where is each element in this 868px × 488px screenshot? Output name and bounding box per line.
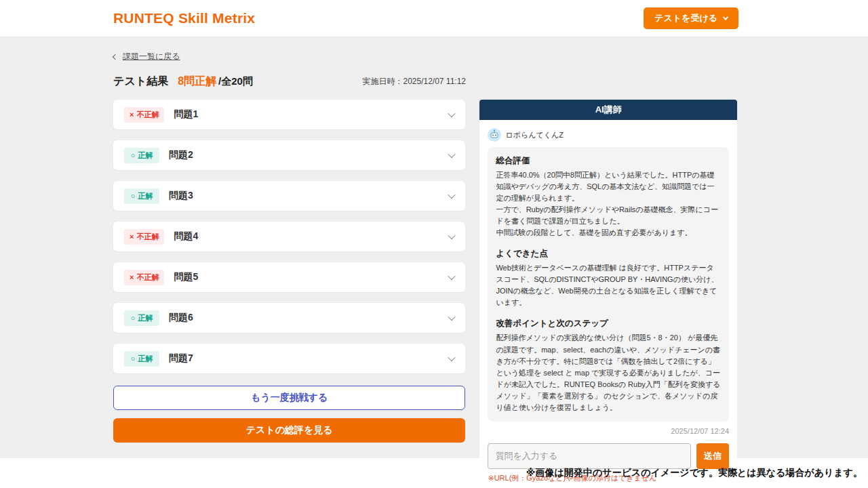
- question-label: 問題6: [169, 312, 193, 324]
- status-badge-label: 正解: [138, 354, 153, 364]
- section-heading: よくできた点: [496, 248, 721, 260]
- score-total: /全20問: [218, 75, 253, 88]
- chevron-down-icon: [448, 110, 456, 117]
- page-footer: ※画像は開発中のサービスのイメージです。実際とは異なる場合があります。: [0, 458, 868, 488]
- status-badge: × 不正解: [124, 229, 164, 245]
- question-label: 問題2: [169, 149, 193, 161]
- status-badge-label: 正解: [138, 313, 153, 323]
- status-badge: ○ 正解: [124, 188, 159, 204]
- chevron-down-icon: [723, 14, 728, 20]
- message-section: よくできた点 Web技術とデータベースの基礎理解 は良好です。HTTPステータス…: [496, 248, 721, 308]
- send-button[interactable]: 送信: [696, 443, 729, 469]
- chevron-left-icon: [113, 54, 118, 59]
- status-badge: ○ 正解: [124, 351, 159, 367]
- status-badge-label: 不正解: [136, 272, 159, 283]
- question-label: 問題4: [174, 230, 198, 243]
- ai-message-bubble: 総合評価 正答率40.0%（20問中8問正解）という結果でした。HTTPの基礎知…: [488, 147, 729, 422]
- status-badge-label: 正解: [138, 191, 153, 201]
- bot-identity: ロボらんてくんZ: [488, 128, 729, 142]
- bot-name: ロボらんてくんZ: [505, 130, 564, 140]
- chevron-down-icon: [448, 191, 456, 199]
- app-header: RUNTEQ Skill Metrix テストを受ける: [0, 0, 868, 37]
- ai-instructor-panel: AI講師 ロボらんて: [479, 100, 737, 488]
- status-badge: ○ 正解: [124, 310, 159, 326]
- question-list: × 不正解 問題1 ○ 正解 問題2 ○: [113, 100, 465, 443]
- take-test-button[interactable]: テストを受ける: [644, 7, 738, 29]
- incorrect-icon: ×: [130, 111, 134, 119]
- question-label: 問題3: [169, 190, 193, 202]
- main-area: 課題一覧に戻る テスト結果 8問正解 /全20問 実施日時：2025/12/07…: [0, 37, 868, 458]
- question-row[interactable]: ○ 正解 問題3: [113, 181, 465, 211]
- section-body: 正答率40.0%（20問中8問正解）という結果でした。HTTPの基礎知識やデバッ…: [496, 169, 721, 239]
- status-badge: × 不正解: [124, 107, 164, 123]
- bot-avatar-icon: [488, 128, 501, 142]
- app-logo[interactable]: RUNTEQ Skill Metrix: [113, 10, 255, 26]
- chevron-down-icon: [448, 354, 456, 361]
- incorrect-icon: ×: [130, 274, 134, 281]
- question-row[interactable]: × 不正解 問題4: [113, 222, 465, 251]
- message-section: 改善ポイントと次のステップ 配列操作メソッドの実践的な使い分け（問題5・8・20…: [496, 318, 721, 413]
- page-title: テスト結果: [113, 75, 168, 89]
- question-label: 問題5: [174, 271, 198, 283]
- status-badge-label: 不正解: [136, 110, 159, 120]
- back-link[interactable]: 課題一覧に戻る: [113, 51, 180, 62]
- question-row[interactable]: ○ 正解 問題7: [113, 344, 465, 373]
- overall-review-button[interactable]: テストの総評を見る: [113, 418, 465, 443]
- back-link-label: 課題一覧に戻る: [123, 51, 180, 62]
- section-body: 配列操作メソッドの実践的な使い分け（問題5・8・20） が最優先の課題です。ma…: [496, 332, 721, 413]
- retry-button[interactable]: もう一度挑戦する: [113, 386, 465, 410]
- message-section: 総合評価 正答率40.0%（20問中8問正解）という結果でした。HTTPの基礎知…: [496, 155, 721, 239]
- section-body: Web技術とデータベースの基礎理解 は良好です。HTTPステータスコード、SQL…: [496, 262, 721, 308]
- section-heading: 改善ポイントと次のステップ: [496, 318, 721, 329]
- chevron-down-icon: [448, 313, 456, 321]
- question-label: 問題1: [174, 108, 198, 121]
- status-badge-label: 正解: [138, 150, 153, 161]
- chevron-down-icon: [448, 232, 456, 239]
- question-row[interactable]: × 不正解 問題1: [113, 100, 465, 129]
- chevron-down-icon: [448, 150, 456, 158]
- take-test-label: テストを受ける: [654, 12, 717, 24]
- result-summary-row: テスト結果 8問正解 /全20問 実施日時：2025/12/07 11:12: [113, 75, 466, 89]
- correct-icon: ○: [131, 152, 136, 159]
- message-timestamp: 2025/12/07 12:24: [488, 427, 729, 435]
- incorrect-icon: ×: [130, 233, 134, 241]
- status-badge-label: 不正解: [136, 232, 159, 242]
- test-date: 実施日時：2025/12/07 11:12: [362, 76, 466, 87]
- question-row[interactable]: ○ 正解 問題6: [113, 303, 465, 333]
- section-heading: 総合評価: [496, 155, 721, 167]
- correct-icon: ○: [131, 192, 136, 200]
- status-badge: × 不正解: [124, 270, 164, 285]
- correct-icon: ○: [131, 314, 136, 322]
- correct-icon: ○: [131, 355, 136, 363]
- ai-panel-title: AI講師: [479, 100, 737, 120]
- question-label: 問題7: [169, 352, 193, 365]
- footer-disclaimer: ※画像は開発中のサービスのイメージです。実際とは異なる場合があります。: [526, 467, 863, 479]
- question-input[interactable]: [488, 443, 691, 469]
- question-row[interactable]: ○ 正解 問題2: [113, 140, 465, 170]
- score-correct: 8問正解: [178, 75, 216, 89]
- chevron-down-icon: [448, 272, 456, 280]
- question-row[interactable]: × 不正解 問題5: [113, 262, 465, 292]
- status-badge: ○ 正解: [124, 148, 159, 163]
